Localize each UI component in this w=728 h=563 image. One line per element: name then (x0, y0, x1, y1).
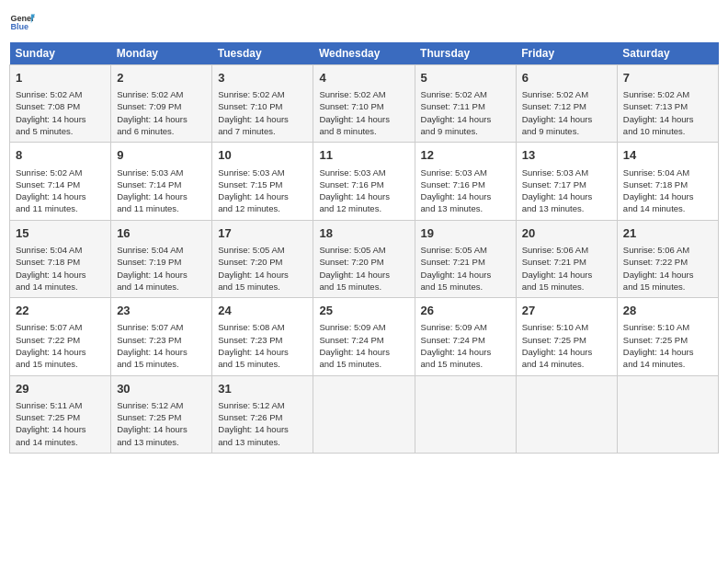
day-number: 9 (117, 147, 206, 164)
calendar-cell: 10Sunrise: 5:03 AM Sunset: 7:15 PM Dayli… (212, 143, 313, 220)
calendar-cell: 29Sunrise: 5:11 AM Sunset: 7:25 PM Dayli… (10, 375, 111, 453)
day-info: Sunrise: 5:03 AM Sunset: 7:17 PM Dayligh… (522, 167, 611, 215)
calendar-cell (617, 375, 718, 453)
svg-text:Blue: Blue (10, 22, 28, 31)
calendar-cell: 15Sunrise: 5:04 AM Sunset: 7:18 PM Dayli… (10, 220, 111, 297)
day-number: 27 (522, 303, 611, 319)
weekday-header-tuesday: Tuesday (212, 42, 313, 65)
day-number: 29 (16, 381, 105, 397)
calendar-cell: 25Sunrise: 5:09 AM Sunset: 7:24 PM Dayli… (313, 298, 415, 375)
weekday-header-wednesday: Wednesday (313, 42, 415, 65)
calendar-cell: 3Sunrise: 5:02 AM Sunset: 7:10 PM Daylig… (212, 65, 313, 143)
calendar-cell: 23Sunrise: 5:07 AM Sunset: 7:23 PM Dayli… (111, 298, 212, 375)
calendar-cell (415, 375, 516, 453)
day-number: 7 (623, 70, 712, 86)
day-info: Sunrise: 5:06 AM Sunset: 7:21 PM Dayligh… (522, 244, 611, 293)
calendar-week-4: 22Sunrise: 5:07 AM Sunset: 7:22 PM Dayli… (10, 298, 719, 375)
calendar-cell: 30Sunrise: 5:12 AM Sunset: 7:25 PM Dayli… (111, 375, 212, 453)
calendar-cell: 26Sunrise: 5:09 AM Sunset: 7:24 PM Dayli… (415, 298, 516, 375)
calendar-cell: 24Sunrise: 5:08 AM Sunset: 7:23 PM Dayli… (212, 298, 313, 375)
day-info: Sunrise: 5:02 AM Sunset: 7:10 PM Dayligh… (319, 88, 408, 137)
calendar-cell: 21Sunrise: 5:06 AM Sunset: 7:22 PM Dayli… (617, 220, 718, 297)
day-info: Sunrise: 5:02 AM Sunset: 7:10 PM Dayligh… (218, 88, 307, 137)
calendar-table: SundayMondayTuesdayWednesdayThursdayFrid… (9, 42, 719, 454)
day-info: Sunrise: 5:12 AM Sunset: 7:26 PM Dayligh… (218, 399, 307, 448)
day-number: 11 (319, 147, 408, 164)
day-info: Sunrise: 5:02 AM Sunset: 7:12 PM Dayligh… (522, 88, 611, 137)
day-number: 23 (117, 303, 206, 319)
day-number: 30 (117, 381, 206, 397)
day-info: Sunrise: 5:09 AM Sunset: 7:24 PM Dayligh… (421, 321, 510, 370)
calendar-cell: 13Sunrise: 5:03 AM Sunset: 7:17 PM Dayli… (516, 143, 617, 220)
day-info: Sunrise: 5:05 AM Sunset: 7:20 PM Dayligh… (319, 244, 408, 293)
calendar-cell: 5Sunrise: 5:02 AM Sunset: 7:11 PM Daylig… (415, 65, 516, 143)
calendar-cell: 22Sunrise: 5:07 AM Sunset: 7:22 PM Dayli… (10, 298, 111, 375)
calendar-week-5: 29Sunrise: 5:11 AM Sunset: 7:25 PM Dayli… (10, 375, 719, 453)
calendar-cell: 4Sunrise: 5:02 AM Sunset: 7:10 PM Daylig… (313, 65, 415, 143)
calendar-cell: 31Sunrise: 5:12 AM Sunset: 7:26 PM Dayli… (212, 375, 313, 453)
calendar-cell: 7Sunrise: 5:02 AM Sunset: 7:13 PM Daylig… (617, 65, 718, 143)
day-info: Sunrise: 5:04 AM Sunset: 7:18 PM Dayligh… (623, 167, 712, 215)
day-info: Sunrise: 5:03 AM Sunset: 7:16 PM Dayligh… (421, 167, 510, 215)
day-number: 22 (16, 303, 105, 319)
day-info: Sunrise: 5:05 AM Sunset: 7:20 PM Dayligh… (218, 244, 307, 293)
day-info: Sunrise: 5:02 AM Sunset: 7:08 PM Dayligh… (16, 88, 105, 137)
day-number: 2 (117, 70, 206, 86)
day-info: Sunrise: 5:02 AM Sunset: 7:13 PM Dayligh… (623, 88, 712, 137)
day-number: 5 (421, 70, 510, 86)
day-info: Sunrise: 5:04 AM Sunset: 7:19 PM Dayligh… (117, 244, 206, 293)
day-number: 6 (522, 70, 611, 86)
day-info: Sunrise: 5:03 AM Sunset: 7:15 PM Dayligh… (218, 167, 307, 215)
calendar-cell: 18Sunrise: 5:05 AM Sunset: 7:20 PM Dayli… (313, 220, 415, 297)
day-number: 28 (623, 303, 712, 319)
day-number: 1 (16, 70, 105, 86)
calendar-cell (313, 375, 415, 453)
day-info: Sunrise: 5:05 AM Sunset: 7:21 PM Dayligh… (421, 244, 510, 293)
day-info: Sunrise: 5:07 AM Sunset: 7:23 PM Dayligh… (117, 321, 206, 370)
calendar-cell: 2Sunrise: 5:02 AM Sunset: 7:09 PM Daylig… (111, 65, 212, 143)
day-number: 24 (218, 303, 307, 319)
weekday-header-saturday: Saturday (617, 42, 718, 65)
day-info: Sunrise: 5:10 AM Sunset: 7:25 PM Dayligh… (623, 321, 712, 370)
day-info: Sunrise: 5:10 AM Sunset: 7:25 PM Dayligh… (522, 321, 611, 370)
day-number: 8 (16, 147, 105, 164)
calendar-cell: 27Sunrise: 5:10 AM Sunset: 7:25 PM Dayli… (516, 298, 617, 375)
calendar-cell: 8Sunrise: 5:02 AM Sunset: 7:14 PM Daylig… (10, 143, 111, 220)
calendar-cell: 20Sunrise: 5:06 AM Sunset: 7:21 PM Dayli… (516, 220, 617, 297)
calendar-cell: 19Sunrise: 5:05 AM Sunset: 7:21 PM Dayli… (415, 220, 516, 297)
day-info: Sunrise: 5:09 AM Sunset: 7:24 PM Dayligh… (319, 321, 408, 370)
day-info: Sunrise: 5:04 AM Sunset: 7:18 PM Dayligh… (16, 244, 105, 293)
logo: General Blue (9, 9, 35, 35)
day-number: 12 (421, 147, 510, 164)
calendar-cell: 1Sunrise: 5:02 AM Sunset: 7:08 PM Daylig… (10, 65, 111, 143)
day-number: 19 (421, 225, 510, 242)
weekday-header-monday: Monday (111, 42, 212, 65)
day-info: Sunrise: 5:02 AM Sunset: 7:11 PM Dayligh… (421, 88, 510, 137)
day-number: 20 (522, 225, 611, 242)
calendar-cell: 12Sunrise: 5:03 AM Sunset: 7:16 PM Dayli… (415, 143, 516, 220)
day-info: Sunrise: 5:02 AM Sunset: 7:09 PM Dayligh… (117, 88, 206, 137)
weekday-header-friday: Friday (516, 42, 617, 65)
day-info: Sunrise: 5:03 AM Sunset: 7:16 PM Dayligh… (319, 167, 408, 215)
day-number: 13 (522, 147, 611, 164)
day-info: Sunrise: 5:12 AM Sunset: 7:25 PM Dayligh… (117, 399, 206, 448)
calendar-week-3: 15Sunrise: 5:04 AM Sunset: 7:18 PM Dayli… (10, 220, 719, 297)
day-number: 10 (218, 147, 307, 164)
day-info: Sunrise: 5:06 AM Sunset: 7:22 PM Dayligh… (623, 244, 712, 293)
logo-icon: General Blue (9, 9, 35, 35)
day-info: Sunrise: 5:07 AM Sunset: 7:22 PM Dayligh… (16, 321, 105, 370)
calendar-week-1: 1Sunrise: 5:02 AM Sunset: 7:08 PM Daylig… (10, 65, 719, 143)
day-info: Sunrise: 5:02 AM Sunset: 7:14 PM Dayligh… (16, 167, 105, 215)
calendar-cell: 17Sunrise: 5:05 AM Sunset: 7:20 PM Dayli… (212, 220, 313, 297)
day-info: Sunrise: 5:03 AM Sunset: 7:14 PM Dayligh… (117, 167, 206, 215)
day-number: 26 (421, 303, 510, 319)
calendar-cell: 16Sunrise: 5:04 AM Sunset: 7:19 PM Dayli… (111, 220, 212, 297)
day-number: 17 (218, 225, 307, 242)
calendar-cell (516, 375, 617, 453)
calendar-week-2: 8Sunrise: 5:02 AM Sunset: 7:14 PM Daylig… (10, 143, 719, 220)
weekday-header-sunday: Sunday (10, 42, 111, 65)
day-info: Sunrise: 5:08 AM Sunset: 7:23 PM Dayligh… (218, 321, 307, 370)
day-number: 18 (319, 225, 408, 242)
day-number: 3 (218, 70, 307, 86)
calendar-cell: 6Sunrise: 5:02 AM Sunset: 7:12 PM Daylig… (516, 65, 617, 143)
